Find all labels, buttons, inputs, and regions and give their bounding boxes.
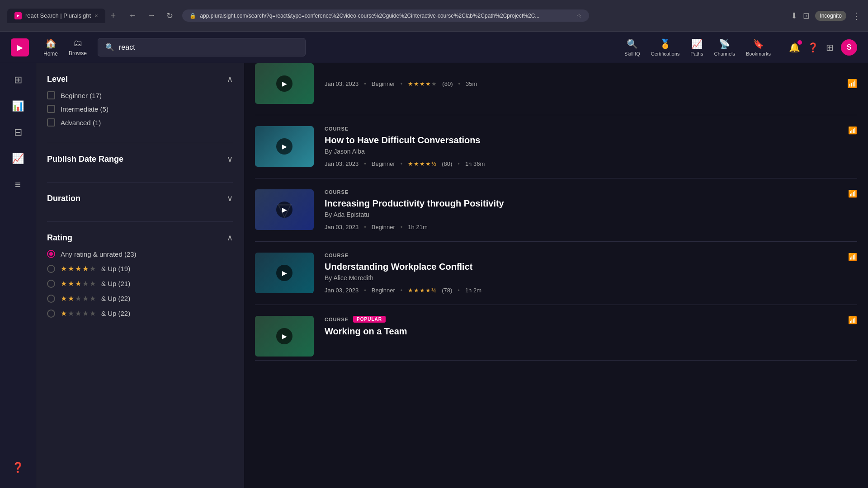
notification-button[interactable]: 🔔 bbox=[789, 42, 800, 53]
course-type-1: COURSE bbox=[325, 189, 837, 195]
download-icon[interactable]: ⬇ bbox=[791, 11, 797, 21]
partial-reviews: (80) bbox=[442, 80, 453, 87]
browser-tab[interactable]: react Search | Pluralsight × bbox=[7, 9, 105, 23]
rating-3star-radio[interactable] bbox=[47, 280, 55, 288]
sidebar-table-icon[interactable]: ⊟ bbox=[10, 123, 26, 142]
search-bar[interactable]: 🔍 bbox=[98, 38, 306, 56]
tab-close-btn[interactable]: × bbox=[94, 12, 98, 19]
star-4: ★ bbox=[82, 264, 89, 273]
wireless-icon-0[interactable]: 📶 bbox=[848, 126, 857, 135]
browse-icon: 🗂 bbox=[73, 38, 82, 48]
search-icon: 🔍 bbox=[105, 43, 114, 52]
course-author-2: By Alice Meredith bbox=[325, 274, 837, 282]
level-beginner-option[interactable]: Beginner (17) bbox=[47, 91, 233, 99]
beginner-checkbox[interactable] bbox=[47, 91, 55, 99]
sidebar-help-icon[interactable]: ❓ bbox=[8, 458, 28, 477]
more-icon[interactable]: ⋮ bbox=[852, 10, 861, 21]
rating-2star-option[interactable]: ★ ★ ★ ★ ★ & Up (22) bbox=[47, 294, 233, 303]
tab-favicon bbox=[14, 12, 22, 19]
rating-filter-header[interactable]: Rating ∧ bbox=[47, 233, 233, 243]
rating-1star-option[interactable]: ★ ★ ★ ★ ★ & Up (22) bbox=[47, 309, 233, 318]
paths-icon: 📈 bbox=[691, 38, 703, 49]
avatar[interactable]: S bbox=[841, 39, 857, 56]
rating-any-option[interactable]: Any rating & unrated (23) bbox=[47, 250, 233, 258]
course-title-2[interactable]: Understanding Workplace Conflict bbox=[325, 261, 837, 272]
course-type-label-2: COURSE bbox=[325, 253, 349, 258]
help-button[interactable]: ❓ bbox=[807, 42, 819, 53]
browser-chrome: react Search | Pluralsight × + ← → ↻ 🔒 a… bbox=[0, 0, 868, 32]
play-button-3[interactable]: ▶ bbox=[276, 328, 292, 344]
new-tab-button[interactable]: + bbox=[111, 10, 116, 21]
sidebar-analytics-icon[interactable]: 📈 bbox=[8, 149, 28, 168]
nav-channels[interactable]: 📡 Channels bbox=[714, 38, 735, 56]
course-duration-1: 1h 21m bbox=[408, 224, 427, 230]
advanced-checkbox[interactable] bbox=[47, 118, 55, 127]
course-thumbnail-2[interactable]: ▶ bbox=[255, 253, 314, 293]
star-icon[interactable]: ☆ bbox=[576, 12, 582, 19]
rating-4star-radio[interactable] bbox=[47, 265, 55, 273]
rating-1star-radio[interactable] bbox=[47, 310, 55, 318]
star-5: ★ bbox=[90, 309, 96, 318]
partial-wireless-icon[interactable]: 📶 bbox=[847, 79, 857, 89]
search-input[interactable] bbox=[119, 43, 298, 52]
course-thumbnail-3[interactable]: ▶ bbox=[255, 316, 314, 357]
course-stars-2: ★ ★ ★ ★ ½ bbox=[408, 287, 436, 294]
nav-home[interactable]: 🏠 Home bbox=[43, 38, 58, 57]
nav-certifications[interactable]: 🏅 Certifications bbox=[651, 38, 680, 56]
back-button[interactable]: ← bbox=[125, 9, 140, 22]
course-card-0: ▶ COURSE How to Have Difficult Conversat… bbox=[255, 115, 857, 178]
publish-date-filter-section: Publish Date Range ∨ bbox=[47, 154, 233, 183]
header-right: 🔍 Skill IQ 🏅 Certifications 📈 Paths 📡 Ch… bbox=[624, 38, 857, 56]
rating-3star-label: & Up (21) bbox=[101, 280, 130, 287]
publish-date-filter-header[interactable]: Publish Date Range ∨ bbox=[47, 154, 233, 164]
play-button-2[interactable]: ▶ bbox=[276, 265, 292, 281]
course-type-0: COURSE bbox=[325, 126, 837, 131]
course-info-0: COURSE How to Have Difficult Conversatio… bbox=[325, 126, 837, 167]
course-title-0[interactable]: How to Have Difficult Conversations bbox=[325, 134, 837, 146]
wireless-icon-2[interactable]: 📶 bbox=[848, 253, 857, 261]
grid-button[interactable]: ⊞ bbox=[826, 42, 834, 53]
nav-browse[interactable]: 🗂 Browse bbox=[69, 38, 87, 56]
intermediate-checkbox[interactable] bbox=[47, 105, 55, 113]
level-filter-header[interactable]: Level ∧ bbox=[47, 74, 233, 84]
address-bar[interactable]: 🔒 app.pluralsight.com/search/?q=react&ty… bbox=[182, 9, 589, 22]
course-reviews-2: (78) bbox=[442, 287, 452, 294]
rating-3star-option[interactable]: ★ ★ ★ ★ ★ & Up (21) bbox=[47, 279, 233, 288]
course-thumbnail-0[interactable]: ▶ bbox=[255, 126, 314, 167]
nav-bookmarks[interactable]: 🔖 Bookmarks bbox=[746, 38, 771, 56]
play-button-0[interactable]: ▶ bbox=[276, 138, 292, 155]
course-title-1[interactable]: Increasing Productivity through Positivi… bbox=[325, 197, 837, 209]
sidebar-grid-icon[interactable]: ⊞ bbox=[10, 70, 26, 89]
duration-filter-header[interactable]: Duration ∨ bbox=[47, 193, 233, 203]
star-5: ★ bbox=[90, 264, 96, 273]
rating-4star-option[interactable]: ★ ★ ★ ★ ★ & Up (19) bbox=[47, 264, 233, 273]
star-3: ★ bbox=[75, 264, 81, 273]
course-title-3[interactable]: Working on a Team bbox=[325, 325, 837, 337]
nav-skill-iq[interactable]: 🔍 Skill IQ bbox=[624, 38, 640, 56]
partial-duration: 35m bbox=[466, 80, 477, 87]
course-reviews-0: (80) bbox=[442, 160, 452, 167]
forward-button[interactable]: → bbox=[144, 9, 159, 22]
incognito-button[interactable]: Incognito bbox=[815, 11, 846, 21]
rating-2star-radio[interactable] bbox=[47, 295, 55, 303]
refresh-button[interactable]: ↻ bbox=[163, 9, 177, 23]
wireless-icon-3[interactable]: 📶 bbox=[848, 316, 857, 324]
sidebar-chart-icon[interactable]: 📊 bbox=[8, 97, 28, 116]
partial-play-button[interactable]: ▶ bbox=[276, 75, 292, 92]
home-label: Home bbox=[43, 51, 58, 57]
sidebar-list-icon[interactable]: ≡ bbox=[11, 175, 24, 194]
level-intermediate-option[interactable]: Intermediate (5) bbox=[47, 105, 233, 113]
extend-icon[interactable]: ⊡ bbox=[803, 11, 810, 21]
s2: ★ bbox=[414, 80, 419, 87]
s1: ★ bbox=[408, 80, 413, 87]
star-4: ★ bbox=[82, 279, 89, 288]
play-button-1[interactable]: ▶ bbox=[276, 202, 292, 218]
course-thumbnail-1[interactable]: ▽ ▶ bbox=[255, 189, 314, 230]
level-advanced-option[interactable]: Advanced (1) bbox=[47, 118, 233, 127]
logo[interactable]: ▶ bbox=[11, 38, 29, 56]
rating-1star-label: & Up (22) bbox=[101, 310, 130, 317]
wireless-icon-1[interactable]: 📶 bbox=[848, 189, 857, 198]
level-toggle-icon: ∧ bbox=[227, 74, 233, 84]
nav-paths[interactable]: 📈 Paths bbox=[690, 38, 703, 56]
rating-any-radio[interactable] bbox=[47, 250, 55, 258]
